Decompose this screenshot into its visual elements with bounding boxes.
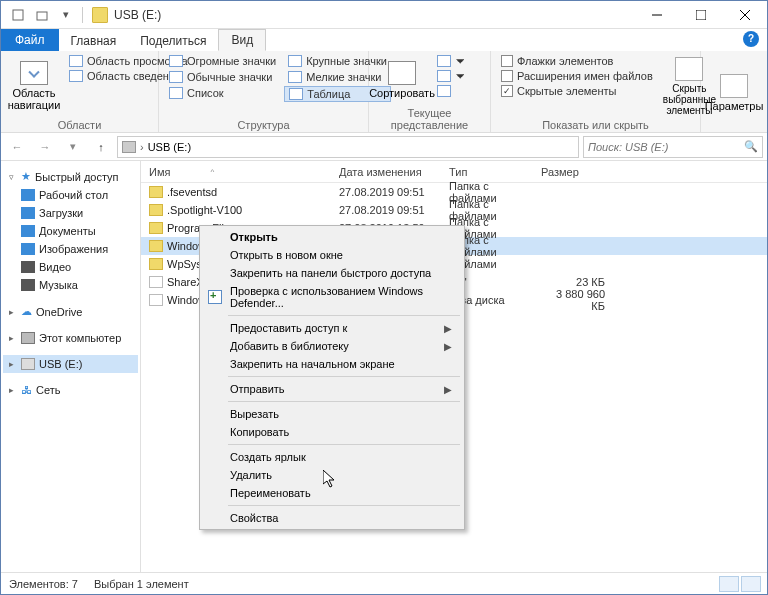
title-bar: ▾ USB (E:) [1,1,767,29]
file-size: 3 880 960 КБ [533,288,613,312]
submenu-arrow-icon: ▶ [444,384,452,395]
window-title: USB (E:) [112,8,635,22]
show-hide-group-label: Показать или скрыть [497,118,694,131]
ctx-grant-access[interactable]: Предоставить доступ к▶ [202,319,462,337]
tab-file[interactable]: Файл [1,29,59,51]
search-input[interactable] [588,141,744,153]
sort-indicator-icon: ^ [210,167,214,176]
status-selection: Выбран 1 элемент [94,578,189,590]
tree-pictures[interactable]: Изображения [3,240,138,258]
minimize-button[interactable] [635,1,679,29]
tab-view[interactable]: Вид [218,29,266,51]
nav-up-button[interactable]: ↑ [89,135,113,159]
folder-icon [149,222,163,234]
item-checkboxes-toggle[interactable]: Флажки элементов [497,54,657,68]
status-bar: Элементов: 7 Выбран 1 элемент [1,572,767,594]
ctx-create-shortcut[interactable]: Создать ярлык [202,448,462,466]
group-by-button[interactable]: ⏷ [433,54,470,68]
view-details-button[interactable] [719,576,739,592]
add-columns-button[interactable]: ⏷ [433,69,470,83]
file-name: .fseventsd [167,186,217,198]
address-bar-row: ← → ▾ ↑ › USB (E:) 🔍 [1,133,767,161]
ctx-copy[interactable]: Копировать [202,423,462,441]
sort-label: Сортировать [369,87,435,99]
col-date[interactable]: Дата изменения [331,166,441,178]
ctx-pin-start[interactable]: Закрепить на начальном экране [202,355,462,373]
tree-video[interactable]: Видео [3,258,138,276]
context-menu: Открыть Открыть в новом окне Закрепить н… [199,225,465,530]
tree-usb-drive[interactable]: ▸USB (E:) [3,355,138,373]
drive-icon [122,141,136,153]
qa-dropdown-icon[interactable]: ▾ [55,4,77,26]
nav-back-button[interactable]: ← [5,135,29,159]
layout-medium[interactable]: Обычные значки [165,70,280,84]
panes-group-label: Области [7,118,152,131]
view-icons-button[interactable] [741,576,761,592]
folder-icon [149,204,163,216]
maximize-button[interactable] [679,1,723,29]
tab-main[interactable]: Главная [59,31,129,51]
tree-desktop[interactable]: Рабочий стол [3,186,138,204]
help-button[interactable]: ? [743,31,759,47]
layout-group-label: Структура [165,118,362,131]
ctx-properties[interactable]: Свойства [202,509,462,527]
submenu-arrow-icon: ▶ [444,323,452,334]
options-button[interactable]: Параметры [707,54,761,131]
status-item-count: Элементов: 7 [9,578,78,590]
ctx-send-to[interactable]: Отправить▶ [202,380,462,398]
fit-columns-button[interactable] [433,84,470,98]
tab-share[interactable]: Поделиться [128,31,218,51]
ctx-add-library[interactable]: Добавить в библиотеку▶ [202,337,462,355]
folder-icon [149,186,163,198]
ctx-cut[interactable]: Вырезать [202,405,462,423]
file-size: 23 КБ [533,276,613,288]
ctx-pin-quick-access[interactable]: Закрепить на панели быстрого доступа [202,264,462,282]
ctx-open[interactable]: Открыть [202,228,462,246]
nav-recent-button[interactable]: ▾ [61,135,85,159]
file-icon [149,294,163,306]
file-date: 27.08.2019 09:51 [331,186,441,198]
folder-icon [149,258,163,270]
file-name: .Spotlight-V100 [167,204,242,216]
layout-huge[interactable]: Огромные значки [165,54,280,68]
close-button[interactable] [723,1,767,29]
address-bar[interactable]: › USB (E:) [117,136,579,158]
sort-button[interactable]: Сортировать [375,54,429,106]
qa-properties-icon[interactable] [7,4,29,26]
tree-network[interactable]: ▸🖧Сеть [3,381,138,399]
ctx-windows-defender[interactable]: Проверка с использованием Windows Defend… [202,282,462,312]
drive-icon [92,7,108,23]
chevron-icon: › [140,141,144,153]
tree-quick-access[interactable]: ▿★Быстрый доступ [3,167,138,186]
layout-list[interactable]: Список [165,86,280,100]
search-icon: 🔍 [744,140,758,153]
tree-music[interactable]: Музыка [3,276,138,294]
tree-documents[interactable]: Документы [3,222,138,240]
ctx-delete[interactable]: Удалить [202,466,462,484]
ribbon-tabs: Файл Главная Поделиться Вид ? [1,29,767,51]
col-type[interactable]: Тип [441,166,533,178]
col-size[interactable]: Размер [533,166,613,178]
tree-downloads[interactable]: Загрузки [3,204,138,222]
ctx-open-new-window[interactable]: Открыть в новом окне [202,246,462,264]
options-label: Параметры [705,100,764,112]
svg-rect-0 [13,10,23,20]
nav-pane-button[interactable]: Область навигации [7,54,61,118]
address-segment[interactable]: USB (E:) [148,141,191,153]
file-extensions-toggle[interactable]: Расширения имен файлов [497,69,657,83]
current-view-group-label: Текущее представление [375,106,484,131]
navigation-tree[interactable]: ▿★Быстрый доступ Рабочий стол Загрузки Д… [1,161,141,572]
tree-onedrive[interactable]: ▸☁OneDrive [3,302,138,321]
col-name[interactable]: Имя^ [141,166,331,178]
ribbon: Область навигации Область просмотра Обла… [1,51,767,133]
folder-icon [149,240,163,252]
nav-forward-button[interactable]: → [33,135,57,159]
tree-this-pc[interactable]: ▸Этот компьютер [3,329,138,347]
hidden-items-toggle[interactable]: Скрытые элементы [497,84,657,98]
search-box[interactable]: 🔍 [583,136,763,158]
ctx-rename[interactable]: Переименовать [202,484,462,502]
qa-new-folder-icon[interactable] [31,4,53,26]
submenu-arrow-icon: ▶ [444,341,452,352]
nav-pane-label: Область навигации [8,87,61,111]
svg-rect-1 [37,12,47,20]
